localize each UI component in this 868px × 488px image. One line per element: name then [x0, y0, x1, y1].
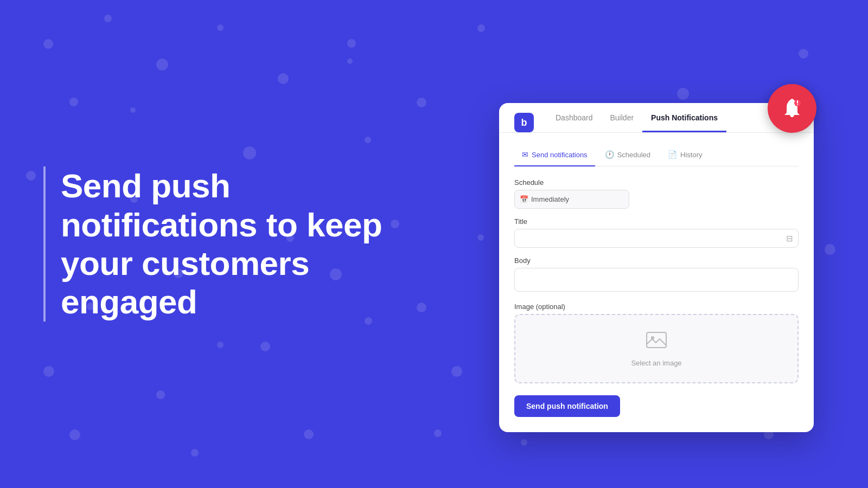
hero-text: Send push notifications to keep your cus…: [61, 166, 423, 321]
image-label: Image (optional): [514, 303, 799, 311]
logo-letter: b: [521, 117, 527, 129]
send-notifications-icon: ✉: [522, 150, 528, 159]
sub-tab-scheduled[interactable]: 🕐 Scheduled: [597, 146, 658, 166]
image-placeholder-icon: [646, 330, 667, 355]
scheduled-icon: 🕐: [605, 150, 614, 159]
svg-point-1: [797, 104, 798, 105]
sub-tab-history[interactable]: 📄 History: [660, 146, 710, 166]
schedule-group: Schedule 📅: [514, 178, 799, 209]
image-group: Image (optional) Select an image: [514, 303, 799, 383]
calendar-icon: 📅: [520, 195, 528, 203]
card-logo: b: [514, 113, 534, 132]
hero-panel: Send push notifications to keep your cus…: [0, 0, 423, 488]
card-nav: b Dashboard Builder Push Notifications: [499, 103, 814, 133]
svg-rect-2: [647, 332, 666, 348]
title-format-icon: ⊟: [786, 234, 793, 243]
title-group: Title ⊟: [514, 217, 799, 248]
sub-tab-send-notifications[interactable]: ✉ Send notifications: [514, 146, 595, 166]
sub-tabs: ✉ Send notifications 🕐 Scheduled 📄 Histo…: [514, 146, 799, 166]
nav-builder[interactable]: Builder: [602, 113, 643, 132]
main-card: b Dashboard Builder Push Notifications ✉…: [499, 103, 814, 432]
title-label: Title: [514, 217, 799, 226]
send-push-notification-button[interactable]: Send push notification: [514, 395, 620, 417]
schedule-input[interactable]: [514, 190, 629, 209]
card-body: ✉ Send notifications 🕐 Scheduled 📄 Histo…: [499, 133, 814, 432]
sub-tab-send-label: Send notifications: [532, 151, 588, 159]
schedule-label: Schedule: [514, 178, 799, 187]
hero-text-container: Send push notifications to keep your cus…: [43, 166, 423, 321]
image-upload-area[interactable]: Select an image: [514, 314, 799, 383]
title-input[interactable]: [514, 229, 799, 248]
title-input-wrapper: ⊟: [514, 229, 799, 248]
body-textarea[interactable]: [514, 268, 799, 292]
body-group: Body: [514, 256, 799, 294]
body-label: Body: [514, 256, 799, 265]
bell-icon-wrapper: [768, 84, 816, 133]
schedule-input-wrapper: 📅: [514, 190, 629, 209]
history-icon: 📄: [668, 150, 677, 159]
nav-push-notifications[interactable]: Push Notifications: [642, 113, 726, 132]
image-upload-text: Select an image: [631, 359, 681, 367]
sub-tab-history-label: History: [680, 151, 702, 159]
sub-tab-scheduled-label: Scheduled: [617, 151, 650, 159]
nav-dashboard[interactable]: Dashboard: [547, 113, 602, 132]
bell-icon: [779, 95, 805, 121]
